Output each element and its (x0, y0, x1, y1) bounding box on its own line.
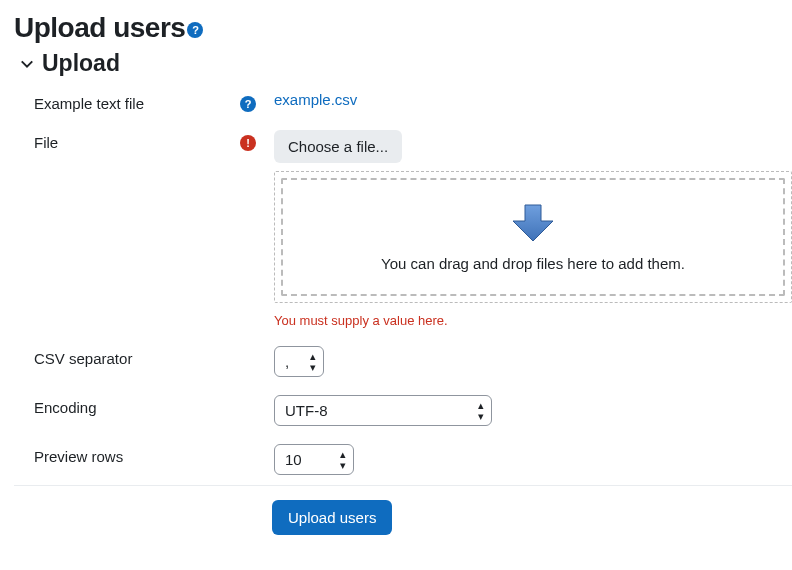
label-example-file: Example text file (34, 95, 144, 112)
required-icon: ! (240, 135, 256, 151)
dropzone-text: You can drag and drop files here to add … (373, 255, 693, 272)
preview-rows-select[interactable]: 10 (274, 444, 354, 475)
divider (14, 485, 792, 486)
file-error-text: You must supply a value here. (274, 313, 792, 328)
row-csv-separator: CSV separator , ▴▾ (34, 346, 792, 377)
row-example-file: Example text file ? example.csv (34, 91, 792, 112)
row-encoding: Encoding UTF-8 ▴▾ (34, 395, 792, 426)
help-icon[interactable]: ? (240, 96, 256, 112)
file-dropzone[interactable]: You can drag and drop files here to add … (274, 171, 792, 303)
help-icon[interactable]: ? (187, 22, 203, 38)
label-csv-separator: CSV separator (34, 350, 132, 367)
encoding-select[interactable]: UTF-8 (274, 395, 492, 426)
section-title: Upload (42, 50, 120, 77)
label-encoding: Encoding (34, 399, 97, 416)
arrow-down-icon (511, 203, 555, 243)
csv-separator-select[interactable]: , (274, 346, 324, 377)
chevron-down-icon (20, 57, 34, 71)
row-preview-rows: Preview rows 10 ▴▾ (34, 444, 792, 475)
file-dropzone-inner: You can drag and drop files here to add … (281, 178, 785, 296)
example-file-link[interactable]: example.csv (274, 91, 357, 108)
section-toggle-upload[interactable]: Upload (20, 50, 792, 77)
page-title: Upload users? (14, 12, 792, 44)
page-title-text: Upload users (14, 12, 185, 43)
label-file: File (34, 134, 58, 151)
upload-users-button[interactable]: Upload users (272, 500, 392, 535)
choose-file-button[interactable]: Choose a file... (274, 130, 402, 163)
label-preview-rows: Preview rows (34, 448, 123, 465)
row-file: File ! Choose a file... You can drag and… (34, 130, 792, 328)
